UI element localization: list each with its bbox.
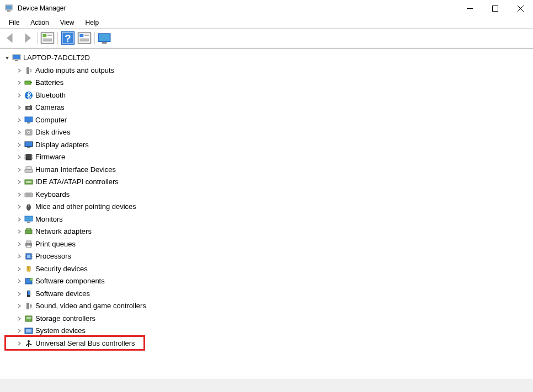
menu-help[interactable]: Help (80, 18, 105, 28)
tree-item[interactable]: Human Interface Devices (3, 164, 533, 176)
tree-item-label: Cameras (35, 101, 65, 114)
tree-item-label: Computer (35, 114, 67, 127)
chevron-down-icon[interactable] (3, 54, 11, 62)
svg-rect-20 (99, 34, 110, 41)
chevron-right-icon[interactable] (15, 315, 23, 323)
menu-file[interactable]: File (3, 18, 25, 28)
tree-item[interactable]: IDE ATA/ATAPI controllers (3, 176, 533, 189)
storage-icon (24, 314, 33, 323)
tree-item[interactable]: Processors (3, 250, 533, 263)
chevron-right-icon[interactable] (15, 340, 23, 347)
camera-icon (24, 103, 33, 112)
close-button[interactable] (508, 0, 533, 17)
toolbar-properties-button[interactable] (40, 30, 55, 46)
minimize-button[interactable] (457, 0, 482, 17)
svg-rect-16 (79, 34, 83, 37)
chevron-right-icon[interactable] (15, 240, 23, 248)
tree-item-label: Bluetooth (35, 89, 66, 102)
tree-item[interactable]: Display adapters (3, 139, 533, 152)
chevron-right-icon[interactable] (15, 265, 23, 273)
toolbar-separator (94, 32, 95, 44)
toolbar-scan-button[interactable] (77, 30, 92, 46)
tree-item[interactable]: Software components (3, 275, 533, 288)
chevron-right-icon[interactable] (15, 79, 23, 87)
chevron-right-icon[interactable] (15, 92, 23, 99)
tree-item[interactable]: Monitors (3, 213, 533, 226)
window-controls (457, 0, 533, 17)
tree-item[interactable]: Mice and other pointing devices (3, 201, 533, 213)
chevron-right-icon[interactable] (15, 216, 23, 223)
printer-icon (24, 240, 33, 249)
chevron-right-icon[interactable] (15, 141, 23, 149)
tree-item[interactable]: Network adapters (3, 225, 533, 238)
chevron-right-icon[interactable] (15, 228, 23, 235)
security-icon (24, 265, 33, 273)
svg-rect-8 (42, 34, 46, 37)
svg-rect-4 (492, 6, 498, 11)
chevron-right-icon[interactable] (15, 178, 23, 186)
toolbar-show-hidden-button[interactable] (97, 30, 113, 46)
chevron-right-icon[interactable] (15, 327, 23, 335)
toolbar-separator (57, 32, 58, 44)
maximize-button[interactable] (482, 0, 508, 17)
chevron-right-icon[interactable] (15, 104, 23, 111)
chevron-right-icon[interactable] (15, 203, 23, 211)
tree-item[interactable]: Print queues (3, 238, 533, 251)
computer-icon (24, 116, 33, 125)
chevron-right-icon[interactable] (15, 277, 23, 285)
chevron-right-icon[interactable] (15, 253, 23, 260)
tree-item[interactable]: Disk drives (3, 126, 533, 139)
tree-item-label: Storage controllers (35, 313, 95, 325)
swdev-icon (24, 289, 33, 298)
app-icon (4, 4, 13, 13)
tree-item[interactable]: Batteries (3, 77, 533, 89)
tree-root[interactable]: LAPTOP-7ADCLT2D (3, 52, 533, 65)
chevron-right-icon[interactable] (15, 116, 23, 124)
tree-item[interactable]: Universal Serial Bus controllers (3, 337, 533, 350)
tree-item-label: Human Interface Devices (35, 164, 116, 176)
chevron-right-icon[interactable] (15, 153, 23, 161)
tree-item[interactable]: Sound, video and game controllers (3, 300, 533, 313)
chevron-right-icon[interactable] (15, 290, 23, 298)
tree-item-label: System devices (35, 325, 86, 337)
menu-action[interactable]: Action (25, 18, 54, 28)
tree-item[interactable]: Keyboards (3, 189, 533, 201)
tree-item-label: Print queues (35, 238, 76, 251)
tree-item-label: Batteries (35, 77, 63, 89)
tree-item[interactable]: System devices (3, 325, 533, 337)
chevron-right-icon[interactable] (15, 67, 23, 74)
device-tree: LAPTOP-7ADCLT2D Audio inputs and outputs… (0, 49, 533, 350)
tree-item[interactable]: Storage controllers (3, 313, 533, 325)
monitor-icon (24, 215, 33, 224)
tree-item-label: Audio inputs and outputs (35, 65, 114, 77)
back-button[interactable] (3, 30, 18, 46)
chevron-right-icon[interactable] (15, 191, 23, 198)
toolbar: ? (0, 29, 533, 49)
svg-text:?: ? (65, 33, 71, 44)
forward-button[interactable] (19, 30, 35, 46)
chevron-right-icon[interactable] (15, 128, 23, 136)
menubar: File Action View Help (0, 17, 533, 29)
tree-item-label: Keyboards (35, 189, 70, 201)
tree-item-label: Sound, video and game controllers (35, 300, 146, 313)
tree-item[interactable]: Cameras (3, 101, 533, 114)
tree-item[interactable]: Firmware (3, 151, 533, 164)
tree-item-label: Software components (35, 275, 105, 288)
tree-item[interactable]: Audio inputs and outputs (3, 65, 533, 77)
toolbar-help-button[interactable]: ? (60, 30, 76, 46)
toolbar-separator (37, 32, 38, 44)
window-title: Device Manager (18, 4, 66, 12)
tree-item-label: Software devices (35, 288, 90, 300)
tree-item[interactable]: Bluetooth (3, 89, 533, 102)
speaker-icon (24, 66, 33, 75)
tree-item[interactable]: Computer (3, 114, 533, 127)
menu-view[interactable]: View (55, 18, 80, 28)
chevron-right-icon[interactable] (15, 166, 23, 174)
tree-item[interactable]: Software devices (3, 288, 533, 300)
svg-rect-21 (102, 42, 107, 44)
chevron-right-icon[interactable] (15, 302, 23, 310)
tree-item-label: Universal Serial Bus controllers (35, 337, 135, 350)
tree-item-label: Security devices (35, 263, 88, 276)
svg-rect-2 (7, 10, 10, 12)
tree-item[interactable]: Security devices (3, 263, 533, 276)
